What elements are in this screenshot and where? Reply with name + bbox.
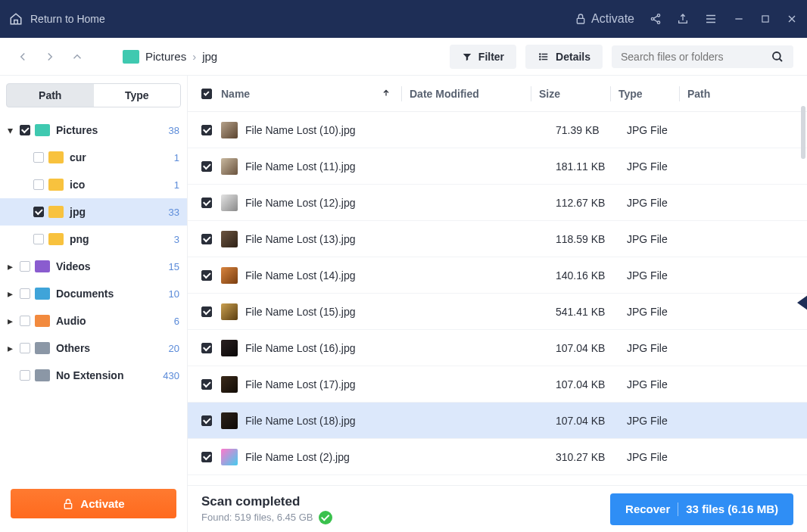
recover-button[interactable]: Recover 33 files (6.16 MB) xyxy=(610,493,793,525)
sidebar-tree: ▾Pictures38cur1ico1jpg33png3▸Videos15▸Do… xyxy=(0,114,187,480)
table-row[interactable]: File Name Lost (13).jpg118.59 KBJPG File xyxy=(188,221,807,257)
col-size-header[interactable]: Size xyxy=(539,88,610,100)
tree-checkbox[interactable] xyxy=(20,343,30,353)
table-row[interactable]: File Name Lost (17).jpg107.04 KBJPG File xyxy=(188,366,807,403)
table-row[interactable]: File Name Lost (11).jpg181.11 KBJPG File xyxy=(188,148,807,185)
toolbar: Pictures › jpg Filter Details xyxy=(0,38,807,76)
search-input[interactable] xyxy=(621,51,771,63)
breadcrumb[interactable]: Pictures › jpg xyxy=(123,50,217,64)
nav-forward-button[interactable] xyxy=(41,48,59,66)
share-button[interactable] xyxy=(650,13,662,25)
check-ok-icon xyxy=(319,511,332,524)
search-box[interactable] xyxy=(612,45,793,68)
tree-checkbox[interactable] xyxy=(20,316,30,326)
export-button[interactable] xyxy=(677,13,689,25)
col-type-header[interactable]: Type xyxy=(618,88,679,100)
col-date-header[interactable]: Date Modified xyxy=(410,88,531,100)
titlebar: Return to Home Activate xyxy=(0,0,807,38)
close-button[interactable] xyxy=(786,13,798,25)
breadcrumb-pictures[interactable]: Pictures xyxy=(145,50,186,63)
sidebar-item-cur[interactable]: cur1 xyxy=(0,144,187,171)
file-name: File Name Lost (11).jpg xyxy=(245,160,435,173)
caret-right-icon: ▸ xyxy=(5,343,15,353)
row-checkbox[interactable] xyxy=(201,306,212,317)
tree-checkbox[interactable] xyxy=(20,125,30,135)
tree-checkbox[interactable] xyxy=(33,234,44,244)
breadcrumb-jpg[interactable]: jpg xyxy=(202,50,217,63)
row-checkbox[interactable] xyxy=(201,270,212,281)
sidebar-item-pictures[interactable]: ▾Pictures38 xyxy=(0,117,187,144)
sidebar: Path Type ▾Pictures38cur1ico1jpg33png3▸V… xyxy=(0,76,188,532)
row-checkbox[interactable] xyxy=(201,415,212,426)
menu-button[interactable] xyxy=(704,12,718,26)
tree-checkbox[interactable] xyxy=(33,179,44,190)
file-name: File Name Lost (18).jpg xyxy=(245,415,435,427)
sidebar-item-no-extension[interactable]: No Extension430 xyxy=(0,362,187,389)
table-row[interactable]: File Name Lost (16).jpg107.04 KBJPG File xyxy=(188,330,807,366)
recover-label: Recover xyxy=(625,502,670,515)
filter-button[interactable]: Filter xyxy=(450,45,516,69)
row-checkbox[interactable] xyxy=(201,234,212,244)
minimize-button[interactable] xyxy=(733,13,745,25)
scrollbar-thumb[interactable] xyxy=(801,106,805,159)
tab-type[interactable]: Type xyxy=(94,84,181,107)
home-label: Return to Home xyxy=(30,13,105,25)
svg-rect-9 xyxy=(65,503,72,509)
row-checkbox[interactable] xyxy=(201,161,212,172)
tree-count: 10 xyxy=(169,288,179,300)
col-path-header[interactable]: Path xyxy=(687,88,793,100)
row-checkbox[interactable] xyxy=(201,198,212,208)
file-size: 310.27 KB xyxy=(556,451,627,463)
caret-right-icon: ▸ xyxy=(5,261,15,272)
home-button[interactable]: Return to Home xyxy=(9,12,105,26)
tree-checkbox[interactable] xyxy=(33,152,44,163)
file-size: 71.39 KB xyxy=(556,124,627,136)
col-name-header[interactable]: Name xyxy=(221,88,382,100)
table-row[interactable]: File Name Lost (2).jpg310.27 KBJPG File xyxy=(188,439,807,475)
table-row[interactable]: File Name Lost (18).jpg107.04 KBJPG File xyxy=(188,403,807,439)
svg-point-6 xyxy=(540,56,541,57)
row-checkbox[interactable] xyxy=(201,125,212,135)
table-row[interactable]: File Name Lost (12).jpg112.67 KBJPG File xyxy=(188,185,807,221)
select-all-checkbox[interactable] xyxy=(201,89,212,99)
nav-up-button[interactable] xyxy=(68,48,86,66)
sidebar-item-png[interactable]: png3 xyxy=(0,226,187,253)
tree-count: 1 xyxy=(174,152,179,163)
sort-indicator[interactable] xyxy=(382,88,391,100)
tree-checkbox[interactable] xyxy=(33,207,44,217)
tree-label: jpg xyxy=(70,206,166,218)
sidebar-item-documents[interactable]: ▸Documents10 xyxy=(0,280,187,307)
tree-checkbox[interactable] xyxy=(20,370,30,381)
caret-down-icon: ▾ xyxy=(5,125,15,135)
arrow-up-icon xyxy=(70,50,84,64)
details-button[interactable]: Details xyxy=(525,45,603,69)
tree-checkbox[interactable] xyxy=(20,288,30,299)
sidebar-item-audio[interactable]: ▸Audio6 xyxy=(0,307,187,334)
file-type: JPG File xyxy=(627,342,687,354)
caret-right-icon: ▸ xyxy=(5,288,15,299)
maximize-button[interactable] xyxy=(760,14,771,24)
row-checkbox[interactable] xyxy=(201,452,212,462)
sidebar-item-jpg[interactable]: jpg33 xyxy=(0,198,187,226)
table-row[interactable]: File Name Lost (14).jpg140.16 KBJPG File xyxy=(188,257,807,294)
lock-icon xyxy=(62,498,74,510)
table-row[interactable]: File Name Lost (15).jpg541.41 KBJPG File xyxy=(188,294,807,330)
tree-label: No Extension xyxy=(56,369,160,381)
sidebar-item-ico[interactable]: ico1 xyxy=(0,171,187,198)
table-row[interactable]: File Name Lost (10).jpg71.39 KBJPG File xyxy=(188,112,807,148)
row-checkbox[interactable] xyxy=(201,343,212,353)
row-checkbox[interactable] xyxy=(201,379,212,390)
sidebar-item-videos[interactable]: ▸Videos15 xyxy=(0,253,187,280)
tree-count: 6 xyxy=(174,316,179,327)
folder-icon xyxy=(48,206,64,218)
activate-sidebar-button[interactable]: Activate xyxy=(11,489,176,518)
sidebar-tabs: Path Type xyxy=(6,83,181,107)
sidebar-item-others[interactable]: ▸Others20 xyxy=(0,334,187,362)
activate-header-button[interactable]: Activate xyxy=(575,12,634,26)
tree-checkbox[interactable] xyxy=(20,261,30,272)
activate-header-label: Activate xyxy=(591,12,634,26)
tab-path[interactable]: Path xyxy=(7,84,94,107)
file-type: JPG File xyxy=(627,197,687,209)
nav-back-button[interactable] xyxy=(14,48,32,66)
svg-point-8 xyxy=(773,52,781,60)
